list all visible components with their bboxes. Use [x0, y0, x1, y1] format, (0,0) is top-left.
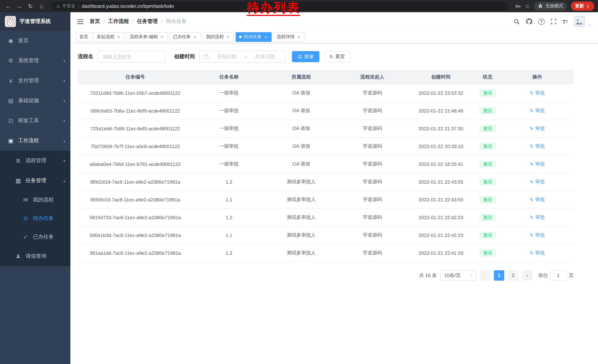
sidebar-item-my-process[interactable]: ✉ 我的流程	[0, 191, 70, 209]
app-logo[interactable]: 芋道管理系统	[0, 12, 70, 31]
table-row: a6aba0a4-7b6d-11ec-b781-acde48001122 一级审…	[78, 155, 573, 173]
tab-home[interactable]: 首页	[76, 32, 91, 42]
date-range-picker[interactable]: 开始日期 - 结束日期	[199, 51, 285, 63]
edit-icon: ✎	[530, 232, 534, 238]
tab-process-detail[interactable]: 流程详情 ×	[274, 32, 305, 42]
tab-my-process[interactable]: 我的流程 ×	[203, 32, 234, 42]
table-row: 8f0d1619-7ac8-11ec-a9e2-a2380e71991a 1.2…	[78, 173, 573, 191]
edit-icon: ✎	[530, 250, 534, 256]
approve-label: 审批	[535, 250, 545, 256]
sidebar-item-workflow[interactable]: ▣ 工作流程 ▴	[0, 131, 70, 151]
approve-link[interactable]: ✎审批	[530, 90, 545, 96]
password-key-icon[interactable]	[515, 3, 521, 9]
close-icon[interactable]: ×	[159, 34, 165, 40]
home-icon[interactable]: ⌂	[37, 2, 46, 11]
cell-task-name: 一级审批	[193, 138, 265, 155]
sidebar-item-todo-tasks[interactable]: ⊙ 待办任务	[0, 209, 70, 228]
status-badge: 激活	[479, 143, 496, 150]
col-task-name: 任务名称	[193, 70, 265, 84]
cell-initiator: 芋道源码	[337, 155, 407, 173]
avatar-caret-down-icon[interactable]: ▾	[589, 23, 590, 27]
approve-link[interactable]: ✎审批	[530, 125, 545, 132]
cell-task-id: 58154733-7ac8-11ec-a9e2-a2380e71991a	[78, 209, 193, 226]
tasks-icon: ▥	[15, 177, 22, 184]
sidebar-item-process-management[interactable]: ≣ 流程管理 ▾	[0, 151, 70, 171]
cell-created: 2022-01-22 23:53:32	[407, 84, 474, 102]
process-name-input[interactable]	[98, 51, 165, 63]
cell-initiator: 芋道源码	[337, 120, 407, 138]
approve-link[interactable]: ✎审批	[530, 196, 545, 203]
tab-label: 流程详情	[277, 34, 295, 40]
close-icon[interactable]: ×	[263, 34, 268, 40]
github-icon[interactable]	[526, 18, 532, 25]
page-size-select[interactable]: 10条/页 ▾	[440, 270, 476, 281]
search-button-label: 搜索	[304, 53, 314, 60]
close-icon[interactable]: ×	[296, 34, 301, 40]
approve-link[interactable]: ✎审批	[530, 161, 545, 167]
help-icon[interactable]: ?	[538, 18, 544, 25]
process-name-label: 流程名	[78, 53, 93, 60]
breadcrumb-home[interactable]: 首页	[90, 18, 100, 25]
search-icon	[298, 54, 302, 59]
cell-task-id: 381aa1dd-7ac8-11ec-a9e2-a2380e71991a	[78, 244, 193, 262]
sidebar-item-devtools[interactable]: ⊡ 研发工具 ▾	[0, 111, 70, 131]
warning-icon: ⚠	[56, 4, 60, 9]
fullscreen-icon[interactable]	[550, 18, 556, 24]
reload-icon[interactable]: ↻	[26, 2, 35, 11]
approve-link[interactable]: ✎审批	[530, 143, 545, 150]
reset-button[interactable]: ↻ 重置	[324, 51, 350, 62]
cell-task-id: 069c6a63-7b8a-11ec-8ef0-acde48001122	[78, 102, 193, 120]
forward-icon[interactable]: →	[15, 2, 24, 11]
approve-label: 审批	[535, 214, 545, 221]
cell-task-id: 75d72608-7b7f-11ec-a3c8-acde48001122	[78, 138, 193, 155]
page-button-2[interactable]: 2	[508, 270, 518, 281]
search-icon[interactable]	[513, 18, 520, 25]
sidebar-item-payment[interactable]: ¥ 支付管理 ▾	[0, 71, 70, 91]
approve-link[interactable]: ✎审批	[530, 178, 545, 185]
approve-link[interactable]: ✎审批	[530, 214, 545, 221]
security-label: 不安全	[62, 3, 75, 9]
browser-update-button[interactable]: 更新 ⋮	[571, 1, 594, 11]
back-icon[interactable]: ←	[4, 2, 13, 11]
browser-menu-dots-icon[interactable]: ⋮	[586, 4, 590, 9]
approve-link[interactable]: ✎审批	[530, 107, 545, 114]
close-icon[interactable]: ×	[192, 34, 198, 40]
search-button[interactable]: 搜索	[292, 51, 319, 62]
prev-page-button[interactable]: ‹	[480, 270, 490, 281]
tab-done-tasks[interactable]: 已办任务 ×	[170, 32, 201, 42]
tab-start-process[interactable]: 发起流程 ×	[93, 32, 125, 42]
page-button-1[interactable]: 1	[494, 270, 504, 281]
sidebar-item-task-management[interactable]: ▥ 任务管理 ▴	[0, 171, 70, 191]
tab-form-editor[interactable]: 流程表单-编辑 ×	[126, 32, 168, 42]
range-separator: -	[245, 54, 247, 59]
breadcrumb-task-management[interactable]: 任务管理	[137, 18, 158, 25]
sidebar-item-home[interactable]: ◉ 首页	[0, 31, 70, 51]
cell-task-id: 580e1b3d-7ac8-11ec-a9e2-a2380e71991a	[78, 226, 193, 244]
sidebar-item-infrastructure[interactable]: ▤ 基础设施 ▾	[0, 91, 70, 111]
sidebar-item-leave-query[interactable]: 请假查询	[0, 246, 70, 266]
dashboard-icon: ◉	[8, 37, 14, 44]
table-row: 381aa1dd-7ac8-11ec-a9e2-a2380e71991a 1.2…	[78, 244, 573, 262]
goto-page-input[interactable]	[550, 270, 566, 281]
sidebar-collapse-icon[interactable]	[77, 19, 84, 24]
bookmark-star-icon[interactable]: ☆	[525, 3, 530, 9]
security-warning[interactable]: ⚠ 不安全	[56, 3, 75, 9]
approve-link[interactable]: ✎审批	[530, 250, 545, 256]
tab-todo-tasks[interactable]: 待办任务 ×	[236, 32, 272, 42]
breadcrumb-separator: /	[161, 18, 163, 24]
sidebar-item-done-tasks[interactable]: ✓ 已办任务	[0, 228, 70, 246]
refresh-icon: ↻	[329, 54, 333, 59]
sidebar-item-system[interactable]: ⚙ 系统管理 ▾	[0, 51, 70, 71]
status-badge: 激活	[479, 125, 496, 132]
approve-link[interactable]: ✎审批	[530, 232, 545, 238]
close-icon[interactable]: ×	[225, 34, 231, 40]
close-icon[interactable]: ×	[116, 34, 121, 40]
cell-created: 2022-01-21 22:41:29	[407, 244, 474, 262]
next-page-button[interactable]: ›	[522, 270, 532, 281]
breadcrumb-workflow[interactable]: 工作流程	[108, 18, 129, 25]
status-badge: 激活	[479, 196, 496, 203]
cell-task-id: 8f0d1619-7ac8-11ec-a9e2-a2380e71991a	[78, 173, 193, 191]
tab-label: 流程表单-编辑	[130, 34, 158, 40]
font-size-icon[interactable]: TT	[562, 18, 568, 25]
avatar[interactable]	[574, 16, 585, 27]
